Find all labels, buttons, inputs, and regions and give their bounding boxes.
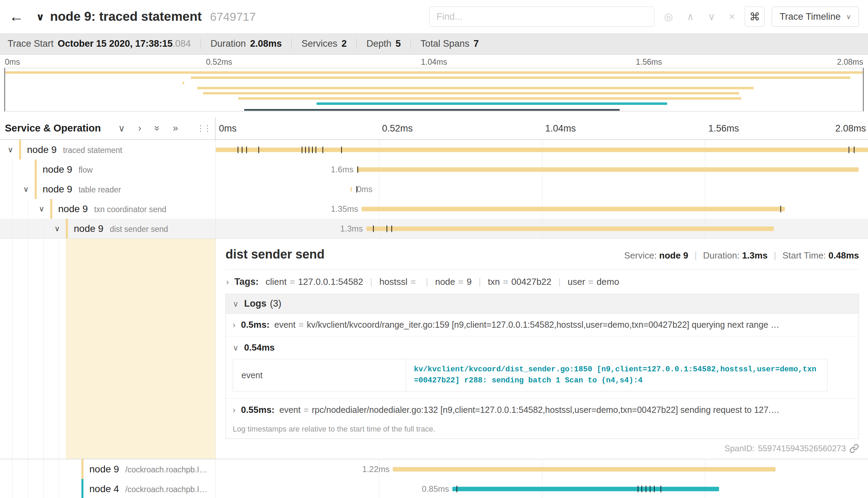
span-duration-bar[interactable] bbox=[366, 226, 774, 231]
find-input[interactable] bbox=[429, 7, 654, 27]
tick-label: 2.08ms bbox=[837, 57, 863, 67]
tag-separator: | bbox=[370, 277, 373, 287]
indent-guide bbox=[43, 239, 44, 459]
span-row[interactable]: node 9flow1.6ms bbox=[0, 160, 868, 179]
minimap-canvas[interactable] bbox=[4, 68, 864, 111]
chevron-down-icon[interactable]: ∨ bbox=[23, 185, 29, 194]
tag-value: demo bbox=[597, 277, 619, 287]
log-marker-tick bbox=[373, 225, 374, 232]
service-name: node 9 bbox=[58, 203, 88, 215]
log-entry[interactable]: › 0.55ms: event=rpc/nodedialer/nodediale… bbox=[226, 398, 859, 421]
timeline-gridline bbox=[705, 179, 705, 199]
log-value: kv/kvclient/kvcoord/range_iter.go:159 [n… bbox=[307, 320, 779, 329]
span-name-cell[interactable]: node 4/cockroach.roachpb.I… bbox=[0, 479, 215, 498]
log-fields-table: event kv/kvclient/kvcoord/dist_sender.go… bbox=[233, 359, 827, 391]
span-detail-panel: dist sender send Service: node 9 | Durat… bbox=[215, 239, 868, 459]
tick-label: 0ms bbox=[219, 123, 237, 134]
span-row[interactable]: node 9/cockroach.roachpb.I…1.22ms bbox=[0, 459, 868, 479]
log-entry[interactable]: › 0.5ms: event=kv/kvclient/kvcoord/range… bbox=[226, 314, 859, 336]
span-name-cell[interactable]: node 9/cockroach.roachpb.I… bbox=[0, 459, 215, 479]
span-bar-cell[interactable]: 1.35ms bbox=[215, 199, 868, 219]
span-name-cell[interactable]: ∨node 9txn coordinator send bbox=[0, 199, 215, 219]
span-row[interactable]: ∨node 9traced statement bbox=[0, 140, 868, 160]
span-duration-bar[interactable] bbox=[452, 487, 719, 491]
expand-one-icon[interactable]: › bbox=[138, 123, 141, 134]
span-bar-cell[interactable] bbox=[215, 140, 868, 160]
indent-guide bbox=[12, 160, 12, 179]
total-spans-item: Total Spans 7 bbox=[420, 38, 479, 49]
log-summary: event=rpc/nodedialer/nodedialer.go:132 [… bbox=[280, 405, 780, 415]
span-detail-header: dist sender send Service: node 9 | Durat… bbox=[225, 247, 859, 262]
span-row[interactable]: ∨node 9dist sender send1.3ms bbox=[0, 219, 868, 238]
tag-separator: | bbox=[558, 277, 561, 287]
column-resize-grip[interactable]: ⋮⋮ bbox=[196, 124, 210, 133]
collapse-one-icon[interactable]: ∨ bbox=[118, 123, 125, 134]
find-prev-icon[interactable]: ∧ bbox=[687, 11, 694, 22]
trace-summary-bar: Trace Start October 15 2020, 17:38:15.08… bbox=[0, 33, 868, 55]
span-bar-cell[interactable]: 1.6ms bbox=[215, 160, 868, 179]
span-bar-cell[interactable]: 1.3ms bbox=[215, 219, 868, 238]
span-name-cell[interactable]: ∨node 9table reader bbox=[0, 179, 215, 199]
span-bar-cell[interactable]: 0ms bbox=[215, 179, 868, 199]
indent-guide bbox=[59, 239, 59, 459]
span-row[interactable]: ∨node 9table reader0ms bbox=[0, 179, 868, 199]
timeline-gridline bbox=[379, 179, 379, 199]
span-duration-bar[interactable] bbox=[357, 167, 858, 172]
chevron-right-icon: › bbox=[226, 278, 229, 287]
span-bar-cell[interactable]: 1.22ms bbox=[215, 459, 868, 479]
timeline-gridline bbox=[379, 479, 379, 498]
chevron-down-icon[interactable]: ∨ bbox=[36, 11, 44, 23]
minimap-ticks: 0ms 0.52ms 1.04ms 1.56ms 2.08ms bbox=[4, 57, 864, 68]
span-bar-cell[interactable]: 0.85ms bbox=[215, 479, 868, 498]
span-duration-bar[interactable] bbox=[216, 147, 868, 152]
operation-name: flow bbox=[79, 165, 93, 175]
collapse-all-icon[interactable]: » bbox=[152, 126, 162, 131]
service-color-bar bbox=[66, 219, 68, 238]
service-color-bar bbox=[35, 179, 37, 199]
find-next-icon[interactable]: ∨ bbox=[708, 11, 715, 22]
command-icon: ⌘ bbox=[750, 10, 760, 23]
find-clear-icon[interactable]: × bbox=[729, 11, 735, 22]
find-scope-icon[interactable]: ◎ bbox=[664, 11, 673, 22]
log-field-key: event bbox=[233, 359, 406, 391]
span-duration-bar[interactable] bbox=[362, 207, 785, 211]
equals-sign: = bbox=[290, 277, 295, 287]
back-button[interactable]: ← bbox=[9, 8, 30, 25]
link-icon[interactable] bbox=[849, 444, 859, 453]
logs-header[interactable]: ∨ Logs (3) bbox=[226, 294, 859, 314]
tick-label: 0.52ms bbox=[379, 123, 413, 134]
indent-guide bbox=[28, 479, 28, 498]
operation-name: dist sender send bbox=[110, 225, 168, 234]
divider bbox=[356, 39, 357, 49]
tags-accordion[interactable]: › Tags: client=127.0.0.1:54582|hostssl=|… bbox=[225, 275, 859, 294]
span-row[interactable]: node 4/cockroach.roachpb.I…0.85ms bbox=[0, 479, 868, 498]
minimap-scrubber[interactable] bbox=[244, 109, 619, 111]
log-marker-tick bbox=[849, 146, 849, 153]
duration-label: 1.6ms bbox=[331, 165, 353, 174]
operation-name: txn coordinator send bbox=[94, 205, 166, 214]
trace-view-dropdown[interactable]: Trace Timeline ∨ bbox=[772, 7, 859, 27]
chevron-right-icon: › bbox=[233, 406, 236, 415]
minimap-span-bar bbox=[191, 76, 851, 79]
chevron-down-icon[interactable]: ∨ bbox=[39, 205, 44, 214]
minimap-span-bar bbox=[5, 71, 863, 74]
log-entry-expanded[interactable]: ∨ 0.54ms bbox=[226, 336, 859, 359]
span-name-cell[interactable]: ∨node 9dist sender send bbox=[0, 219, 215, 238]
span-duration-bar[interactable] bbox=[393, 467, 775, 471]
chevron-down-icon[interactable]: ∨ bbox=[54, 224, 60, 233]
divider bbox=[201, 39, 201, 49]
tag-key: hostssl bbox=[379, 277, 407, 287]
service-color-bar bbox=[50, 199, 52, 219]
tick-label: 1.56ms bbox=[636, 57, 662, 67]
span-row[interactable]: ∨node 9txn coordinator send1.35ms bbox=[0, 199, 868, 219]
keyboard-shortcuts-button[interactable]: ⌘ bbox=[745, 7, 765, 27]
tick-label: 2.08ms bbox=[835, 123, 866, 134]
span-id-row: SpanID: 5597415943526560273 bbox=[225, 439, 859, 453]
span-duration-bar[interactable] bbox=[351, 187, 352, 191]
service-name: node 9 bbox=[89, 464, 119, 475]
chevron-down-icon[interactable]: ∨ bbox=[8, 145, 13, 154]
span-name-cell[interactable]: node 9flow bbox=[0, 160, 215, 179]
expand-all-icon[interactable]: » bbox=[173, 123, 178, 134]
tag-key: user bbox=[568, 277, 585, 287]
span-name-cell[interactable]: ∨node 9traced statement bbox=[0, 140, 215, 160]
